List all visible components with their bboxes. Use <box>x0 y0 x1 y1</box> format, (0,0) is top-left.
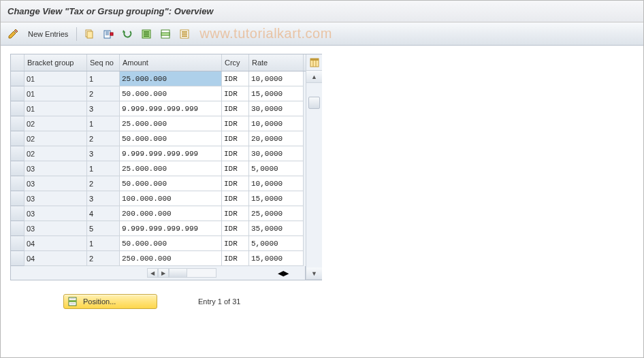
cell-seq-no[interactable]: 2 <box>87 176 120 191</box>
table-row[interactable]: 033100.000.000IDR15,0000 <box>11 191 306 206</box>
hscroll-right2-arrow-icon[interactable]: ▶ <box>283 269 289 278</box>
cell-seq-no[interactable]: 1 <box>87 236 120 251</box>
row-selector[interactable] <box>11 71 25 86</box>
cell-rate[interactable]: 20,0000 <box>249 131 304 146</box>
cell-amount[interactable]: 200.000.000 <box>120 206 222 221</box>
deselect-all-button[interactable] <box>176 27 193 42</box>
column-header-bracket-group[interactable]: Bracket group <box>25 54 87 71</box>
cell-rate[interactable]: 5,0000 <box>249 236 304 251</box>
table-row[interactable]: 03250.000.000IDR10,0000 <box>11 176 306 191</box>
column-header-seq-no[interactable]: Seq no <box>87 54 120 71</box>
row-selector[interactable] <box>11 221 25 236</box>
cell-crcy[interactable]: IDR <box>222 116 249 131</box>
cell-rate[interactable]: 15,0000 <box>249 251 304 266</box>
cell-crcy[interactable]: IDR <box>222 131 249 146</box>
row-selector[interactable] <box>11 191 25 206</box>
cell-crcy[interactable]: IDR <box>222 176 249 191</box>
vscroll-thumb[interactable] <box>308 97 320 109</box>
hscroll-right-arrow-icon[interactable]: ▶ <box>158 268 169 278</box>
cell-seq-no[interactable]: 1 <box>87 71 120 86</box>
table-row[interactable]: 02125.000.000IDR10,0000 <box>11 116 306 131</box>
copy-button[interactable] <box>81 27 97 42</box>
undo-button[interactable] <box>119 27 135 42</box>
table-row[interactable]: 034200.000.000IDR25,0000 <box>11 206 306 221</box>
cell-rate[interactable]: 15,0000 <box>249 191 304 206</box>
cell-amount[interactable]: 25.000.000 <box>120 116 222 131</box>
cell-amount[interactable]: 9.999.999.999.999 <box>120 101 222 116</box>
hscroll-track[interactable] <box>169 268 216 278</box>
cell-seq-no[interactable]: 4 <box>87 206 120 221</box>
cell-crcy[interactable]: IDR <box>222 251 249 266</box>
row-selector[interactable] <box>11 131 25 146</box>
cell-seq-no[interactable]: 3 <box>87 101 120 116</box>
column-header-rate[interactable]: Rate <box>249 54 304 71</box>
row-selector[interactable] <box>11 206 25 221</box>
cell-amount[interactable]: 50.000.000 <box>120 176 222 191</box>
vscroll-track[interactable] <box>306 83 322 267</box>
cell-rate[interactable]: 30,0000 <box>249 146 304 161</box>
table-row[interactable]: 01125.000.000IDR10,0000 <box>11 71 306 86</box>
new-entries-button[interactable]: New Entries <box>24 27 72 42</box>
cell-bracket-group[interactable]: 02 <box>25 116 87 131</box>
cell-bracket-group[interactable]: 04 <box>25 251 87 266</box>
row-selector[interactable] <box>11 86 25 101</box>
cell-amount[interactable]: 25.000.000 <box>120 71 222 86</box>
cell-rate[interactable]: 35,0000 <box>249 221 304 236</box>
configure-columns-button[interactable] <box>306 54 322 71</box>
cell-seq-no[interactable]: 3 <box>87 146 120 161</box>
hscroll-left2-arrow-icon[interactable]: ◀ <box>278 269 283 278</box>
row-selector[interactable] <box>11 251 25 266</box>
cell-crcy[interactable]: IDR <box>222 206 249 221</box>
cell-bracket-group[interactable]: 03 <box>25 206 87 221</box>
hscroll-left-arrow-icon[interactable]: ◀ <box>147 268 158 278</box>
cell-bracket-group[interactable]: 01 <box>25 101 87 116</box>
column-header-selector[interactable] <box>11 54 25 71</box>
cell-amount[interactable]: 25.000.000 <box>120 161 222 176</box>
table-row[interactable]: 042250.000.000IDR15,0000 <box>11 251 306 266</box>
table-row[interactable]: 04150.000.000IDR5,0000 <box>11 236 306 251</box>
row-selector[interactable] <box>11 101 25 116</box>
cell-amount[interactable]: 50.000.000 <box>120 236 222 251</box>
cell-bracket-group[interactable]: 02 <box>25 146 87 161</box>
delete-button[interactable] <box>100 27 116 42</box>
cell-amount[interactable]: 100.000.000 <box>120 191 222 206</box>
row-selector[interactable] <box>11 116 25 131</box>
cell-crcy[interactable]: IDR <box>222 146 249 161</box>
cell-bracket-group[interactable]: 02 <box>25 131 87 146</box>
cell-seq-no[interactable]: 1 <box>87 116 120 131</box>
cell-bracket-group[interactable]: 03 <box>25 191 87 206</box>
toggle-edit-button[interactable] <box>5 27 21 42</box>
cell-rate[interactable]: 30,0000 <box>249 101 304 116</box>
table-row[interactable]: 0239.999.999.999.999IDR30,0000 <box>11 146 306 161</box>
cell-amount[interactable]: 9.999.999.999.999 <box>120 221 222 236</box>
table-row[interactable]: 0139.999.999.999.999IDR30,0000 <box>11 101 306 116</box>
cell-bracket-group[interactable]: 01 <box>25 86 87 101</box>
cell-rate[interactable]: 5,0000 <box>249 161 304 176</box>
row-selector[interactable] <box>11 176 25 191</box>
cell-seq-no[interactable]: 1 <box>87 161 120 176</box>
cell-crcy[interactable]: IDR <box>222 161 249 176</box>
select-all-button[interactable] <box>138 27 155 42</box>
cell-crcy[interactable]: IDR <box>222 86 249 101</box>
table-row[interactable]: 01250.000.000IDR15,0000 <box>11 86 306 101</box>
cell-rate[interactable]: 10,0000 <box>249 176 304 191</box>
table-row[interactable]: 0359.999.999.999.999IDR35,0000 <box>11 221 306 236</box>
column-header-amount[interactable]: Amount <box>120 54 222 71</box>
row-selector[interactable] <box>11 236 25 251</box>
select-block-button[interactable] <box>157 27 174 42</box>
cell-seq-no[interactable]: 3 <box>87 191 120 206</box>
cell-crcy[interactable]: IDR <box>222 221 249 236</box>
cell-rate[interactable]: 25,0000 <box>249 206 304 221</box>
vscroll-up-arrow-icon[interactable]: ▲ <box>306 71 322 83</box>
cell-amount[interactable]: 50.000.000 <box>120 131 222 146</box>
hscroll-thumb[interactable] <box>170 269 187 277</box>
cell-bracket-group[interactable]: 03 <box>25 161 87 176</box>
cell-seq-no[interactable]: 2 <box>87 251 120 266</box>
table-row[interactable]: 03125.000.000IDR5,0000 <box>11 161 306 176</box>
cell-rate[interactable]: 10,0000 <box>249 71 304 86</box>
row-selector[interactable] <box>11 161 25 176</box>
cell-seq-no[interactable]: 2 <box>87 86 120 101</box>
cell-crcy[interactable]: IDR <box>222 101 249 116</box>
row-selector[interactable] <box>11 146 25 161</box>
table-row[interactable]: 02250.000.000IDR20,0000 <box>11 131 306 146</box>
